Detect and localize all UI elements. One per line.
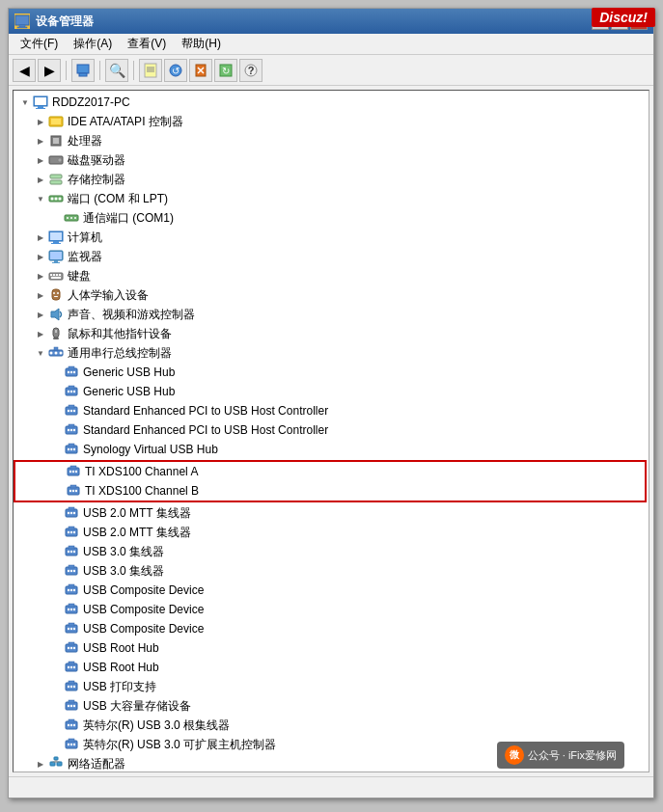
svg-point-139 bbox=[73, 647, 75, 649]
expand-monitor[interactable] bbox=[33, 249, 48, 264]
titlebar-icon bbox=[14, 14, 30, 29]
svg-rect-161 bbox=[69, 739, 74, 742]
tree-item-computer[interactable]: 计算机 bbox=[14, 228, 649, 247]
expand-usb[interactable] bbox=[33, 345, 48, 361]
expand-root[interactable] bbox=[17, 95, 33, 110]
svg-rect-20 bbox=[38, 106, 43, 108]
tree-item-hid[interactable]: 人体学输入设备 bbox=[14, 285, 649, 305]
tree-item-usb20mtt1[interactable]: USB 2.0 MTT 集线器 bbox=[14, 503, 649, 523]
usbprint-icon bbox=[64, 679, 79, 694]
tree-item-ehci1[interactable]: Standard Enhanced PCI to USB Host Contro… bbox=[14, 401, 649, 420]
ide-icon bbox=[48, 114, 64, 129]
expand-usbcomp1 bbox=[48, 582, 64, 598]
expand-cpu[interactable] bbox=[33, 133, 48, 149]
svg-rect-101 bbox=[69, 507, 74, 510]
tree-item-synology[interactable]: Synology Virtual USB Hub bbox=[14, 440, 649, 459]
tree-item-usb20mtt2[interactable]: USB 2.0 MTT 集线器 bbox=[14, 523, 649, 542]
svg-point-32 bbox=[55, 198, 58, 201]
tree-item-ehci2[interactable]: Standard Enhanced PCI to USB Host Contro… bbox=[14, 420, 649, 440]
svg-point-33 bbox=[59, 198, 62, 201]
svg-point-164 bbox=[73, 744, 75, 745]
sound-icon bbox=[48, 307, 64, 322]
tree-item-intel-root[interactable]: 英特尔(R) USB 3.0 根集线器 bbox=[14, 716, 649, 735]
tree-item-com1[interactable]: 通信端口 (COM1) bbox=[14, 208, 649, 228]
svg-point-147 bbox=[68, 686, 69, 688]
tree-item-root[interactable]: RDDZ2017-PC bbox=[14, 93, 649, 112]
tree-item-disk[interactable]: 磁盘驱动器 bbox=[14, 150, 649, 170]
computer-icon bbox=[33, 95, 48, 110]
tree-item-usbcomp2[interactable]: USB Composite Device bbox=[14, 600, 649, 619]
toolbar-update-driver[interactable]: ↺ bbox=[164, 59, 187, 82]
tree-item-usbcomp1[interactable]: USB Composite Device bbox=[14, 581, 649, 600]
svg-point-133 bbox=[70, 628, 72, 630]
usb30hub2-label: USB 3.0 集线器 bbox=[83, 563, 649, 580]
tree-item-usbroot1[interactable]: USB Root Hub bbox=[14, 638, 649, 658]
tree-item-ide[interactable]: IDE ATA/ATAPI 控制器 bbox=[14, 112, 649, 131]
tree-item-storage[interactable]: 存储控制器 bbox=[14, 170, 649, 189]
toolbar-up[interactable] bbox=[71, 59, 95, 82]
tree-item-ports[interactable]: 端口 (COM 和 LPT) bbox=[14, 189, 649, 208]
svg-rect-131 bbox=[69, 623, 74, 626]
expand-keyboard[interactable] bbox=[33, 268, 48, 284]
monitor-label: 监视器 bbox=[68, 249, 649, 265]
usbcomp1-label: USB Composite Device bbox=[83, 583, 649, 597]
tree-item-ti-a[interactable]: TI XDS100 Channel A bbox=[15, 462, 645, 481]
tree-item-generic1[interactable]: Generic USB Hub bbox=[14, 363, 649, 382]
expand-usbcomp3 bbox=[48, 621, 64, 636]
svg-rect-151 bbox=[69, 700, 74, 703]
expand-ide[interactable] bbox=[33, 114, 48, 129]
expand-computer[interactable] bbox=[33, 230, 48, 245]
tree-item-usb30hub1[interactable]: USB 3.0 集线器 bbox=[14, 542, 649, 561]
tree-item-keyboard[interactable]: 键盘 bbox=[14, 266, 649, 285]
usbmass-label: USB 大容量存储设备 bbox=[83, 698, 649, 715]
expand-disk[interactable] bbox=[33, 152, 48, 168]
expand-hid[interactable] bbox=[33, 287, 48, 303]
menu-action[interactable]: 操作(A) bbox=[66, 34, 120, 54]
svg-point-132 bbox=[68, 628, 69, 630]
tree-item-sound[interactable]: 声音、视频和游戏控制器 bbox=[14, 305, 649, 324]
tree-item-mouse[interactable]: 鼠标和其他指针设备 bbox=[14, 324, 649, 343]
svg-rect-111 bbox=[69, 546, 74, 549]
svg-point-114 bbox=[73, 551, 75, 553]
toolbar-uninstall[interactable] bbox=[189, 59, 212, 82]
menu-view[interactable]: 查看(V) bbox=[120, 34, 174, 54]
tree-item-usbmass[interactable]: USB 大容量存储设备 bbox=[14, 696, 649, 716]
toolbar-back[interactable]: ◀ bbox=[13, 59, 36, 82]
usbcomp2-label: USB Composite Device bbox=[83, 603, 649, 616]
expand-network[interactable] bbox=[33, 756, 48, 771]
svg-point-107 bbox=[68, 531, 69, 533]
toolbar-forward[interactable]: ▶ bbox=[38, 59, 61, 82]
computer-label: 计算机 bbox=[68, 230, 649, 246]
ehci1-label: Standard Enhanced PCI to USB Host Contro… bbox=[83, 404, 649, 418]
svg-point-137 bbox=[68, 647, 69, 649]
ports-icon bbox=[48, 191, 64, 206]
expand-usbcomp2 bbox=[48, 602, 64, 617]
toolbar-properties[interactable] bbox=[139, 59, 162, 82]
tree-item-usb[interactable]: 通用串行总线控制器 bbox=[14, 343, 649, 363]
svg-point-99 bbox=[75, 490, 77, 492]
tree-item-ti-b[interactable]: TI XDS100 Channel B bbox=[15, 481, 645, 501]
svg-rect-39 bbox=[50, 232, 62, 240]
tree-item-monitor[interactable]: 监视器 bbox=[14, 247, 649, 266]
tree-item-cpu[interactable]: 处理器 bbox=[14, 131, 649, 150]
tree-item-usbroot2[interactable]: USB Root Hub bbox=[14, 658, 649, 677]
expand-storage[interactable] bbox=[33, 172, 48, 187]
menu-help[interactable]: 帮助(H) bbox=[174, 34, 229, 54]
svg-point-82 bbox=[68, 429, 69, 431]
expand-intel-host bbox=[48, 737, 64, 752]
tree-panel[interactable]: RDDZ2017-PC IDE ATA/ATAPI 控制器 bbox=[13, 90, 649, 772]
watermark-icon: 微 bbox=[505, 745, 524, 765]
toolbar-search[interactable]: 🔍 bbox=[105, 59, 128, 82]
expand-mouse[interactable] bbox=[33, 326, 48, 341]
toolbar-scan[interactable]: ↻ bbox=[214, 59, 237, 82]
tree-item-usb30hub2[interactable]: USB 3.0 集线器 bbox=[14, 561, 649, 581]
expand-sound[interactable] bbox=[33, 307, 48, 322]
tree-item-usbcomp3[interactable]: USB Composite Device bbox=[14, 619, 649, 638]
usb-label: 通用串行总线控制器 bbox=[68, 345, 649, 362]
tree-item-usbprint[interactable]: USB 打印支持 bbox=[14, 677, 649, 696]
tree-item-generic2[interactable]: Generic USB Hub bbox=[14, 382, 649, 401]
synology-label: Synology Virtual USB Hub bbox=[83, 443, 649, 456]
menu-file[interactable]: 文件(F) bbox=[13, 34, 66, 54]
toolbar-help[interactable]: ? bbox=[239, 59, 262, 82]
expand-ports[interactable] bbox=[33, 191, 48, 206]
